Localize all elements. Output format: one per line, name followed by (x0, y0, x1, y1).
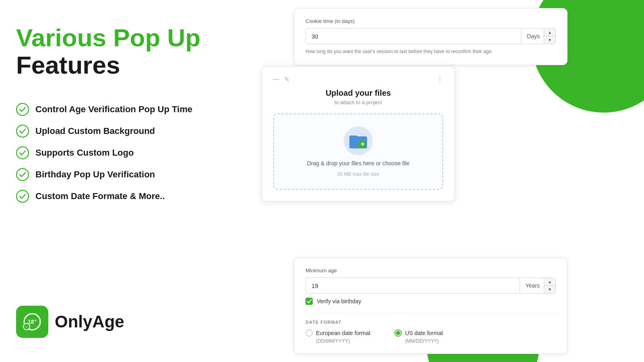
verify-birthday-row[interactable]: Verify via birthday (305, 298, 556, 305)
european-radio-row[interactable]: European date format (305, 329, 370, 337)
age-card: Minimum age Years ▲ ▼ Verify via birthda… (294, 257, 568, 354)
age-input-row: Years ▲ ▼ (305, 278, 556, 294)
folder-icon-container: + (344, 126, 373, 155)
us-radio-hint: (MM/DD/YYYY) (394, 338, 443, 344)
verify-birthday-checkbox[interactable] (305, 298, 313, 305)
check-icon-2 (16, 125, 29, 138)
age-spinner: ▲ ▼ (544, 278, 555, 293)
us-radio-inner (396, 331, 400, 335)
cookie-increment-btn[interactable]: ▲ (544, 29, 555, 36)
right-section: Cookie time (in days) Days ▲ ▼ How long … (262, 0, 644, 362)
age-increment-btn[interactable]: ▲ (544, 278, 555, 286)
feature-item-2: Upload Custom Background (16, 125, 225, 138)
us-radio-label: US date format (405, 330, 443, 336)
date-format-radio-group: European date format (DD/MM/YYYY) US dat… (305, 329, 556, 344)
european-radio-label: European date format (316, 330, 370, 336)
cookie-decrement-btn[interactable]: ▼ (544, 36, 555, 44)
logo-name: OnlyAge (55, 312, 124, 331)
upload-title: Upload your files (273, 88, 443, 98)
us-radio-row[interactable]: US date format (394, 329, 443, 337)
logo-box: 18 + ✓ (16, 306, 48, 338)
cookie-unit: Days (521, 29, 544, 43)
cookie-value-input[interactable] (306, 29, 521, 44)
features-list: Control Age Verification Pop Up Time Upl… (16, 103, 225, 203)
date-format-title: DATE FORMAT (305, 320, 556, 325)
logo-section: 18 + ✓ OnlyAge (16, 306, 124, 338)
feature-item-3: Supports Custom Logo (16, 146, 225, 159)
upload-dropzone[interactable]: + Drag & drop your files here or choose … (273, 113, 443, 190)
european-radio-hint: (DD/MM/YYYY) (305, 338, 370, 344)
upload-controls: — ✎ (273, 76, 289, 82)
feature-item-4: Birthday Pop Up Verification (16, 168, 225, 181)
check-icon-3 (16, 146, 29, 159)
svg-point-3 (17, 169, 29, 181)
svg-point-1 (17, 125, 29, 137)
cookie-card-label: Cookie time (in days) (305, 18, 556, 24)
upload-subtitle: to attach to a project (273, 99, 443, 105)
left-section: Various Pop Up Features Control Age Veri… (16, 24, 225, 235)
svg-text:+: + (34, 318, 37, 323)
verify-birthday-label: Verify via birthday (317, 298, 361, 304)
check-icon-4 (16, 168, 29, 181)
check-icon-5 (16, 190, 29, 203)
us-date-option[interactable]: US date format (MM/DD/YYYY) (394, 329, 443, 344)
upload-edit-btn[interactable]: ✎ (284, 76, 289, 82)
svg-point-0 (17, 103, 29, 115)
check-icon-1 (16, 103, 29, 116)
age-unit: Years (520, 278, 544, 293)
upload-card-header: — ✎ ⋮ (273, 76, 443, 82)
folder-icon: + (349, 133, 367, 148)
svg-rect-11 (349, 136, 357, 140)
svg-point-4 (17, 190, 29, 202)
logo-icon: 18 + ✓ (21, 311, 43, 333)
drop-text: Drag & drop your files here or choose fi… (307, 160, 409, 167)
svg-text:+: + (361, 140, 365, 148)
main-title: Various Pop Up Features (16, 24, 225, 79)
title-line2: Features (16, 51, 120, 79)
age-card-label: Minimum age (305, 267, 556, 274)
cookie-input-row: Days ▲ ▼ (305, 28, 556, 44)
upload-minimize-btn[interactable]: — (273, 76, 279, 82)
svg-text:✓: ✓ (25, 325, 28, 329)
cookie-spinner: ▲ ▼ (544, 29, 555, 44)
european-date-option[interactable]: European date format (DD/MM/YYYY) (305, 329, 370, 344)
cookie-card: Cookie time (in days) Days ▲ ▼ How long … (294, 8, 568, 65)
feature-item-5: Custom Date Formate & More.. (16, 190, 225, 203)
title-line1: Various Pop Up (16, 24, 200, 51)
checkbox-check-icon (307, 299, 312, 303)
upload-menu-btn[interactable]: ⋮ (438, 76, 443, 82)
date-format-section: DATE FORMAT European date format (DD/MM/… (305, 313, 556, 344)
drop-size: 50 MB max file size (337, 171, 379, 177)
svg-point-2 (17, 147, 29, 159)
feature-item-1: Control Age Verification Pop Up Time (16, 103, 225, 116)
us-radio-button[interactable] (394, 329, 402, 337)
age-decrement-btn[interactable]: ▼ (544, 286, 555, 293)
upload-card: — ✎ ⋮ Upload your files to attach to a p… (262, 66, 455, 202)
age-value-input[interactable] (306, 278, 520, 293)
cookie-hint: How long do you want the user's session … (305, 48, 556, 55)
european-radio-button[interactable] (305, 329, 313, 337)
